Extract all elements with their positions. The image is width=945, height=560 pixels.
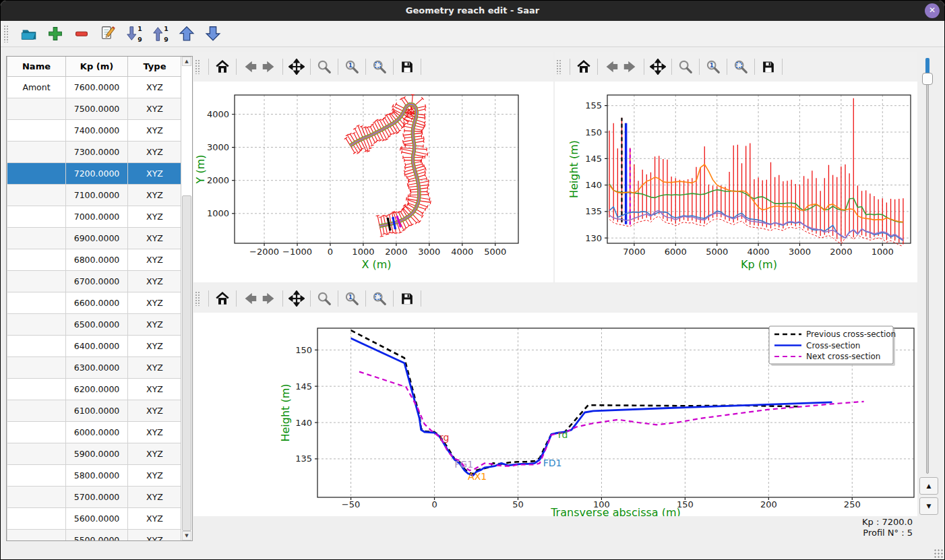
- previous-profile-button[interactable]: ▲: [919, 477, 938, 495]
- cell-type[interactable]: XYZ: [128, 98, 182, 120]
- save-icon[interactable]: [759, 57, 778, 76]
- cell-name[interactable]: [7, 465, 66, 487]
- table-row[interactable]: 5800.0000XYZ: [7, 465, 182, 487]
- cell-kp[interactable]: 6700.0000: [66, 271, 128, 292]
- cell-name[interactable]: [7, 443, 66, 465]
- cell-kp[interactable]: 7500.0000: [66, 98, 128, 120]
- slider-track[interactable]: [926, 58, 929, 474]
- remove-row-icon[interactable]: [71, 24, 92, 44]
- cross-section-plot[interactable]: −50050100150200250135140145150Transverse…: [193, 313, 917, 516]
- scroll-down-icon[interactable]: ▼: [182, 531, 191, 540]
- table-row[interactable]: 5600.0000XYZ: [7, 508, 182, 530]
- cell-kp[interactable]: 7100.0000: [66, 185, 128, 206]
- home-icon[interactable]: [213, 57, 232, 76]
- edit-row-icon[interactable]: [98, 24, 118, 44]
- cell-type[interactable]: XYZ: [128, 530, 182, 541]
- cell-kp[interactable]: 6000.0000: [66, 422, 128, 443]
- cell-type[interactable]: XYZ: [128, 465, 182, 487]
- cell-kp[interactable]: 6600.0000: [66, 292, 128, 314]
- table-row[interactable]: 5700.0000XYZ: [7, 487, 182, 508]
- cell-name[interactable]: Amont: [7, 77, 66, 98]
- table-row[interactable]: 5500.0000XYZ: [7, 530, 182, 541]
- cell-kp[interactable]: 6500.0000: [66, 314, 128, 336]
- home-icon[interactable]: [574, 57, 593, 76]
- add-row-icon[interactable]: [45, 24, 65, 44]
- cell-type[interactable]: XYZ: [128, 487, 182, 508]
- sort-descending-icon[interactable]: 19: [124, 24, 144, 44]
- toolbar-drag-handle[interactable]: [3, 25, 9, 42]
- pan-icon[interactable]: [287, 289, 306, 308]
- cell-name[interactable]: [7, 292, 66, 314]
- back-icon[interactable]: [602, 57, 621, 76]
- pan-icon[interactable]: [287, 57, 306, 76]
- zoom-fit-icon[interactable]: [370, 289, 389, 308]
- zoom-icon[interactable]: [676, 57, 695, 76]
- scroll-up-icon[interactable]: ▲: [182, 57, 191, 66]
- cell-type[interactable]: XYZ: [128, 142, 182, 163]
- cell-type[interactable]: XYZ: [128, 443, 182, 465]
- plan-view-plot[interactable]: −2000−1000010002000300040005000100020003…: [193, 82, 553, 282]
- cell-name[interactable]: [7, 228, 66, 249]
- table-row[interactable]: 5900.0000XYZ: [7, 443, 182, 465]
- home-icon[interactable]: [213, 289, 232, 308]
- sort-ascending-icon[interactable]: 19: [150, 24, 171, 44]
- cell-kp[interactable]: 6400.0000: [66, 336, 128, 357]
- open-folder-icon[interactable]: [19, 24, 39, 44]
- table-row[interactable]: 6700.0000XYZ: [7, 271, 182, 292]
- cell-type[interactable]: XYZ: [128, 357, 182, 379]
- zoom-icon[interactable]: [315, 289, 334, 308]
- header-name[interactable]: Name: [7, 57, 66, 77]
- cell-type[interactable]: XYZ: [128, 206, 182, 228]
- cell-kp[interactable]: 7600.0000: [66, 77, 128, 98]
- cell-kp[interactable]: 6900.0000: [66, 228, 128, 249]
- cell-name[interactable]: [7, 400, 66, 422]
- forward-icon[interactable]: [260, 57, 278, 76]
- cell-type[interactable]: XYZ: [128, 422, 182, 443]
- cell-type[interactable]: XYZ: [128, 508, 182, 530]
- cell-type[interactable]: XYZ: [128, 400, 182, 422]
- table-row[interactable]: 7100.0000XYZ: [7, 185, 182, 206]
- toolbar-drag-handle[interactable]: [556, 59, 561, 74]
- save-icon[interactable]: [398, 57, 417, 76]
- header-type[interactable]: Type: [128, 57, 182, 77]
- toolbar-drag-handle[interactable]: [195, 291, 200, 306]
- cell-type[interactable]: XYZ: [128, 249, 182, 271]
- cell-type[interactable]: XYZ: [128, 185, 182, 206]
- cell-kp[interactable]: 5500.0000: [66, 530, 128, 541]
- table-row[interactable]: 7400.0000XYZ: [7, 120, 182, 142]
- cell-kp[interactable]: 6800.0000: [66, 249, 128, 271]
- table-row[interactable]: 6400.0000XYZ: [7, 336, 182, 357]
- cell-name[interactable]: [7, 249, 66, 271]
- cell-name[interactable]: [7, 142, 66, 163]
- table-row[interactable]: 6600.0000XYZ: [7, 292, 182, 314]
- table-row[interactable]: 6300.0000XYZ: [7, 357, 182, 379]
- cell-name[interactable]: [7, 379, 66, 400]
- cell-type[interactable]: XYZ: [128, 292, 182, 314]
- next-profile-button[interactable]: ▼: [919, 497, 938, 515]
- table-row[interactable]: 7500.0000XYZ: [7, 98, 182, 120]
- cell-kp[interactable]: 7300.0000: [66, 142, 128, 163]
- cell-kp[interactable]: 7000.0000: [66, 206, 128, 228]
- table-row[interactable]: 6900.0000XYZ: [7, 228, 182, 249]
- cell-type[interactable]: XYZ: [128, 77, 182, 98]
- table-row[interactable]: 7200.0000XYZ: [7, 163, 182, 185]
- cell-type[interactable]: XYZ: [128, 120, 182, 142]
- back-icon[interactable]: [241, 289, 260, 308]
- zoom-fit-icon[interactable]: [370, 57, 389, 76]
- forward-icon[interactable]: [621, 57, 640, 76]
- zoom-fit-icon[interactable]: [731, 57, 750, 76]
- table-row[interactable]: 6000.0000XYZ: [7, 422, 182, 443]
- back-icon[interactable]: [241, 57, 260, 76]
- cell-kp[interactable]: 6200.0000: [66, 379, 128, 400]
- cell-name[interactable]: [7, 530, 66, 541]
- cell-name[interactable]: [7, 185, 66, 206]
- toolbar-drag-handle[interactable]: [195, 59, 200, 74]
- cell-type[interactable]: XYZ: [128, 314, 182, 336]
- cell-type[interactable]: XYZ: [128, 271, 182, 292]
- slider-track-filled[interactable]: [925, 58, 929, 74]
- cell-kp[interactable]: 6100.0000: [66, 400, 128, 422]
- table-scrollbar[interactable]: ▲ ▼: [181, 57, 192, 540]
- move-down-icon[interactable]: [203, 24, 223, 44]
- table-row[interactable]: 6100.0000XYZ: [7, 400, 182, 422]
- slider-handle[interactable]: [922, 73, 933, 85]
